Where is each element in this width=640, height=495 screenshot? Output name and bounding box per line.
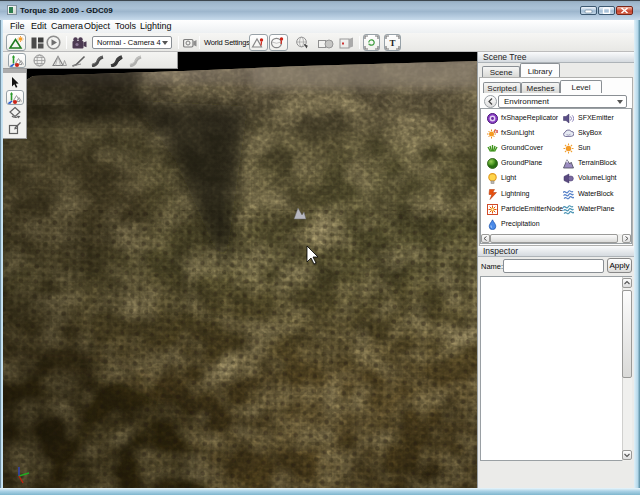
svg-text:fx: fx bbox=[494, 128, 498, 134]
svg-text:T: T bbox=[389, 38, 395, 48]
